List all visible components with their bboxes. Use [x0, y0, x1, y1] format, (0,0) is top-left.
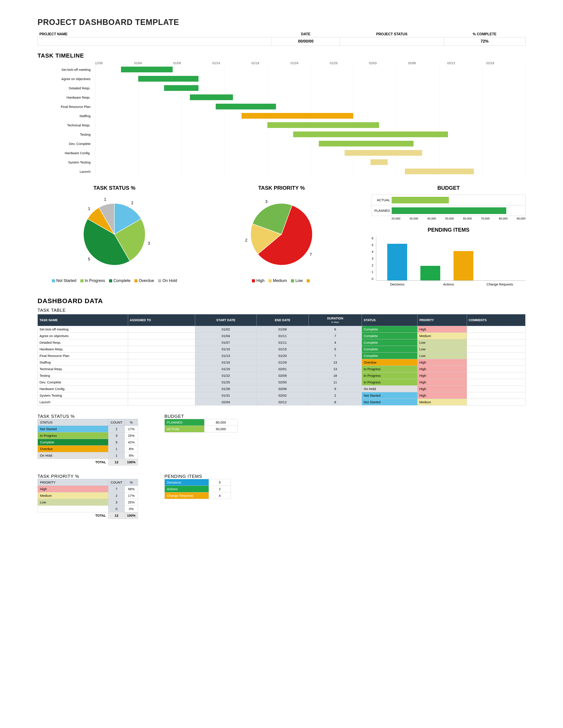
legend-label: Medium [273, 278, 287, 283]
table-row: Actions2 [164, 486, 231, 492]
table-row: Staffing01/1601/2913OverdueHigh [38, 359, 525, 366]
table-row: Detailed Reqs.01/0701/114CompleteLow [38, 339, 525, 346]
legend-item [307, 278, 311, 283]
value-date[interactable]: 00/00/00 [272, 37, 340, 46]
gantt-bar [319, 141, 414, 146]
legend-item: Overdue [134, 278, 154, 283]
legend-item: In Progress [80, 278, 105, 283]
task-priority-heading: TASK PRIORITY % [205, 185, 359, 191]
gantt-bar [216, 104, 276, 109]
gantt-bar [371, 159, 388, 165]
table-row: In Progress325% [38, 432, 138, 439]
gantt-bar [293, 131, 448, 137]
pending-table: Decisions5Actions2Change Requests4 [164, 479, 231, 499]
table-row: Testing01/2202/0918In ProgressHigh [38, 372, 525, 379]
table-row: System Testing01/3102/022Not StartedHigh [38, 392, 525, 399]
table-row: 00% [38, 506, 138, 512]
task-table-heading: TASK TABLE [38, 308, 525, 313]
task-table: TASK NAMEASSIGNED TOSTART DATEEND DATEDU… [38, 314, 525, 405]
table-row: High758% [38, 486, 138, 492]
legend-swatch [252, 279, 255, 282]
gantt-bar [190, 94, 233, 100]
gantt-bar [138, 76, 198, 82]
table-row: Change Requests4 [164, 492, 231, 499]
table-row: Overdue18% [38, 446, 138, 452]
legend-swatch [291, 279, 294, 282]
table-row: Set kick-off meeting01/0201/086CompleteH… [38, 326, 525, 333]
table-row: Decisions5 [164, 479, 231, 486]
legend-swatch [307, 279, 310, 282]
status-table-heading: TASK STATUS % [38, 414, 138, 419]
task-status-heading: TASK STATUS % [38, 185, 191, 191]
table-row: Hardware Reqs.01/1001/155CompleteLow [38, 346, 525, 353]
task-timeline-heading: TASK TIMELINE [38, 52, 525, 59]
label-date: DATE [272, 31, 340, 37]
legend-swatch [134, 279, 137, 282]
svg-text:1: 1 [88, 206, 90, 211]
header-table: PROJECT NAME DATE PROJECT STATUS % COMPL… [38, 31, 525, 46]
priority-table: PRIORITYCOUNT%High758%Medium217%Low325%0… [38, 479, 138, 519]
legend-swatch [268, 279, 271, 282]
pending-bar [420, 266, 440, 280]
budget-bar [392, 197, 449, 203]
table-row: Complete542% [38, 439, 138, 446]
gantt-task-label: Hardware Reqs. [38, 96, 95, 99]
budget-table-heading: BUDGET [164, 414, 237, 419]
budget-heading: BUDGET [372, 185, 525, 191]
gantt-bar [405, 169, 474, 174]
legend-item: Low [291, 278, 303, 283]
legend-label: Overdue [139, 278, 154, 283]
svg-text:2: 2 [131, 201, 133, 205]
gantt-task-label: Dev. Complete [38, 142, 95, 146]
legend-label: In Progress [85, 278, 105, 283]
label-pctcomplete: % COMPLETE [444, 31, 525, 37]
legend-swatch [52, 279, 55, 282]
gantt-task-label: Testing [38, 133, 95, 136]
legend-item: Medium [268, 278, 287, 283]
status-table: STATUSCOUNT%Not Started217%In Progress32… [38, 419, 138, 465]
budget-bar [392, 207, 506, 214]
svg-text:7: 7 [310, 252, 312, 257]
dashboard-data-heading: DASHBOARD DATA [38, 297, 525, 305]
page-title: PROJECT DASHBOARD TEMPLATE [38, 18, 525, 27]
legend-label: Low [296, 278, 303, 283]
legend-swatch [109, 279, 112, 282]
value-projectstatus[interactable] [340, 37, 444, 46]
table-row: Launch02/0402/128Not StartedMedium [38, 399, 525, 405]
gantt-task-label: Agree on objectives [38, 77, 95, 81]
table-row: Medium217% [38, 492, 138, 499]
legend-item: On Hold [158, 278, 177, 283]
pending-bar [454, 251, 473, 280]
table-row: Agree on objectives01/0401/117CompleteMe… [38, 333, 525, 339]
task-priority-chart: TASK PRIORITY % 723 HighMediumLow [205, 185, 359, 283]
legend-swatch [80, 279, 83, 282]
value-pctcomplete[interactable]: 72% [444, 37, 525, 46]
svg-text:3: 3 [148, 241, 150, 246]
budget-bar-label: PLANNED [372, 209, 392, 212]
table-row: Low325% [38, 499, 138, 506]
label-projectstatus: PROJECT STATUS [340, 31, 444, 37]
table-row: Not Started217% [38, 426, 138, 432]
table-row: Hardware Config.01/2802/069On HoldHigh [38, 386, 525, 392]
legend-label: On Hold [162, 278, 177, 283]
table-row: PLANNED80,000 [164, 419, 237, 426]
pending-heading: PENDING ITEMS [372, 227, 525, 233]
budget-bar-label: ACTUAL [372, 198, 392, 202]
budget-pending-col: BUDGET ACTUALPLANNED 20,00030,00040,0005… [372, 185, 525, 286]
task-status-chart: TASK STATUS % 23511 Not StartedIn Progre… [38, 185, 191, 283]
gantt-task-label: Final Resource Plan [38, 105, 95, 109]
svg-text:3: 3 [265, 199, 267, 204]
gantt-bar [121, 67, 173, 72]
label-projectname: PROJECT NAME [38, 31, 272, 37]
value-projectname[interactable] [38, 37, 272, 46]
pending-table-heading: PENDING ITEMS [164, 474, 231, 479]
legend-label: Complete [113, 278, 130, 283]
gantt-task-label: Staffing [38, 114, 95, 118]
legend-item: Complete [109, 278, 130, 283]
gantt-bar [267, 122, 379, 128]
gantt-task-label: Launch [38, 170, 95, 173]
pending-bar [387, 244, 407, 280]
svg-text:5: 5 [88, 257, 90, 261]
table-row: Final Resource Plan01/1301/207CompleteLo… [38, 353, 525, 359]
priority-table-heading: TASK PRIORITY % [38, 474, 138, 479]
